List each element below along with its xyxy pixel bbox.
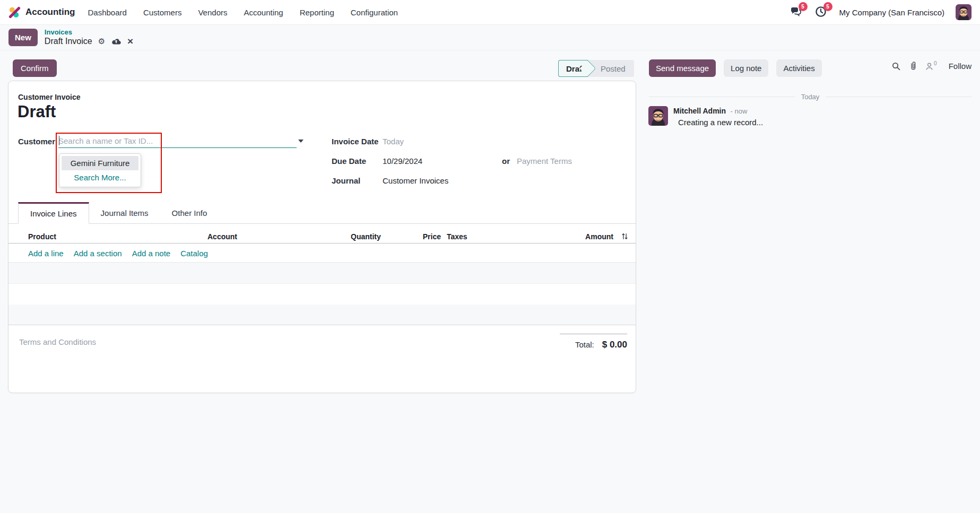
cloud-save-icon[interactable]	[111, 37, 122, 46]
today-divider-label: Today	[801, 93, 820, 101]
col-account: Account	[207, 232, 351, 241]
new-button[interactable]: New	[8, 29, 38, 46]
chatter-actions: Send message Log note Activities	[649, 59, 822, 77]
col-quantity: Quantity	[351, 232, 380, 241]
line-actions-row: Add a line Add a section Add a note Cata…	[8, 244, 636, 263]
activities-badge: 5	[823, 2, 832, 11]
col-taxes: Taxes	[441, 232, 574, 241]
col-product: Product	[8, 232, 207, 241]
activities-button[interactable]: 5	[814, 5, 828, 19]
col-price: Price	[380, 232, 441, 241]
breadcrumb: Invoices Draft Invoice ⚙ ×	[45, 29, 133, 47]
notebook-tabs: Invoice Lines Journal Items Other Info	[8, 202, 636, 224]
accounting-app-icon	[8, 6, 21, 19]
add-a-section-link[interactable]: Add a section	[74, 249, 122, 258]
message-avatar	[648, 106, 668, 126]
or-label: or	[502, 156, 510, 166]
adjust-columns-icon[interactable]	[613, 232, 636, 240]
total-label: Total:	[575, 340, 594, 349]
user-avatar[interactable]	[956, 4, 972, 20]
menu-dashboard[interactable]: Dashboard	[88, 8, 127, 17]
invoice-date-value[interactable]: Today	[383, 137, 404, 146]
empty-row	[8, 284, 636, 305]
activities-schedule-button[interactable]: Activities	[776, 59, 821, 77]
follow-button[interactable]: Follow	[949, 62, 972, 71]
status-posted-label: Posted	[601, 64, 626, 73]
status-draft[interactable]: Draft	[558, 60, 588, 77]
customer-input[interactable]	[58, 134, 297, 147]
control-panel: New Invoices Draft Invoice ⚙ ×	[0, 25, 980, 50]
journal-label: Journal	[332, 176, 360, 185]
invoice-form-card: Customer Invoice Draft Customer Gemini F…	[8, 81, 636, 393]
breadcrumb-invoices-link[interactable]: Invoices	[45, 29, 133, 37]
journal-value[interactable]: Customer Invoices	[383, 176, 448, 185]
add-a-line-link[interactable]: Add a line	[28, 249, 64, 258]
nav-right-cluster: 5 5 My Company (San Francisco)	[790, 4, 972, 20]
followers-icon[interactable]: 0	[925, 62, 937, 71]
status-bar: Draft Posted	[558, 60, 634, 77]
follower-count: 0	[934, 60, 937, 66]
menu-accounting[interactable]: Accounting	[244, 8, 283, 17]
terms-and-conditions-field[interactable]: Terms and Conditions	[19, 337, 96, 346]
menu-customers[interactable]: Customers	[143, 8, 182, 17]
main-menu: Dashboard Customers Vendors Accounting R…	[88, 8, 398, 17]
messages-button[interactable]: 5	[790, 5, 803, 19]
search-message-icon[interactable]	[892, 62, 900, 71]
due-date-value[interactable]: 10/29/2024	[383, 156, 422, 166]
dropdown-search-more[interactable]: Search More...	[62, 170, 138, 185]
tab-journal-items[interactable]: Journal Items	[89, 202, 160, 223]
tab-other-info[interactable]: Other Info	[160, 202, 219, 223]
status-draft-label: Draft	[566, 64, 585, 73]
total-value: $ 0.00	[602, 340, 627, 350]
customer-field-underline	[58, 134, 297, 148]
odoo-accounting-app: Accounting Dashboard Customers Vendors A…	[0, 0, 980, 513]
caret-down-icon[interactable]	[298, 140, 303, 143]
customer-label: Customer	[18, 137, 55, 146]
invoice-lines-header: Product Account Quantity Price Taxes Amo…	[8, 230, 636, 244]
due-date-label: Due Date	[332, 156, 366, 166]
message-body: Creating a new record...	[678, 118, 763, 127]
gear-icon[interactable]: ⚙	[98, 37, 105, 45]
top-nav: Accounting Dashboard Customers Vendors A…	[0, 0, 980, 25]
today-divider: Today	[649, 93, 972, 101]
breadcrumb-current: Draft Invoice	[45, 37, 92, 46]
chatter-message: Mitchell Admin - now Creating a new reco…	[648, 106, 967, 127]
empty-row	[8, 305, 636, 325]
paperclip-icon[interactable]	[909, 62, 917, 71]
document-type-label: Customer Invoice	[18, 93, 80, 101]
catalog-link[interactable]: Catalog	[180, 249, 208, 258]
company-switcher[interactable]: My Company (San Francisco)	[839, 8, 944, 17]
send-message-button[interactable]: Send message	[649, 59, 716, 77]
messages-badge: 5	[799, 2, 808, 11]
col-amount: Amount	[574, 232, 613, 241]
payment-terms-value[interactable]: Payment Terms	[517, 156, 572, 166]
confirm-button[interactable]: Confirm	[13, 59, 57, 77]
totals-block: Total: $ 0.00	[560, 334, 627, 350]
log-note-button[interactable]: Log note	[724, 59, 768, 77]
customer-dropdown: Gemini Furniture Search More...	[59, 153, 141, 187]
chatter-icons: 0 Follow	[885, 62, 972, 71]
page-title: Draft	[18, 102, 56, 121]
discard-icon[interactable]: ×	[127, 36, 133, 46]
user-avatar-image	[956, 4, 972, 20]
dropdown-option-gemini-furniture[interactable]: Gemini Furniture	[62, 156, 138, 170]
menu-reporting[interactable]: Reporting	[300, 8, 334, 17]
add-a-note-link[interactable]: Add a note	[132, 249, 171, 258]
text-cursor	[59, 136, 59, 145]
menu-configuration[interactable]: Configuration	[351, 8, 398, 17]
app-title: Accounting	[25, 7, 75, 18]
message-author[interactable]: Mitchell Admin	[673, 107, 726, 115]
invoice-date-label: Invoice Date	[332, 137, 378, 146]
tab-invoice-lines[interactable]: Invoice Lines	[18, 202, 89, 224]
app-switcher[interactable]: Accounting	[8, 6, 75, 19]
empty-row	[8, 263, 636, 284]
menu-vendors[interactable]: Vendors	[198, 8, 227, 17]
message-timestamp: - now	[731, 107, 748, 115]
